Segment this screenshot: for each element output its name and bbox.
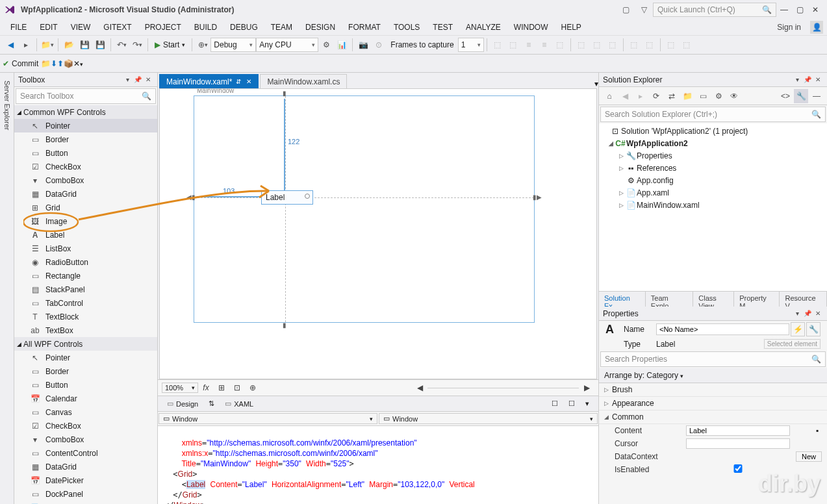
toolbox-all-datagrid[interactable]: ▦DataGrid xyxy=(14,460,157,473)
toolbox-all-combobox[interactable]: ▾ComboBox xyxy=(14,433,157,446)
quick-launch-input[interactable]: Quick Launch (Ctrl+Q) 🔍 xyxy=(653,3,776,17)
scope-dropdown-1[interactable]: ▭Window▾ xyxy=(159,413,377,424)
soln-refresh-button[interactable]: ⟳ xyxy=(649,89,663,103)
soln-showall-button[interactable]: 📁 xyxy=(680,89,694,103)
toolbox-all-contentcontrol[interactable]: ▭ContentControl xyxy=(14,446,157,460)
align-top-button[interactable]: ≡ xyxy=(537,38,552,52)
menu-debug[interactable]: DEBUG xyxy=(223,23,264,32)
tree-appconfig[interactable]: ⚙App.config xyxy=(599,174,827,186)
order-button[interactable]: ⬚ xyxy=(605,38,620,52)
distribute-button[interactable]: ⬚ xyxy=(553,38,567,52)
push-icon[interactable]: ⬆ xyxy=(57,59,64,68)
commit-button[interactable]: Commit xyxy=(9,59,41,68)
xaml-editor[interactable]: xmlns="http://schemas.microsoft.com/winf… xyxy=(158,426,598,504)
toolbox-item-border[interactable]: ▭Border xyxy=(14,132,157,146)
soln-sync-button[interactable]: ⇄ xyxy=(665,89,679,103)
settings-icon[interactable]: ✕▾ xyxy=(73,59,83,68)
props-dropdown-icon[interactable]: ▾ xyxy=(792,310,802,317)
tree-appxaml[interactable]: ▷📄App.xaml xyxy=(599,186,827,199)
grid-snap-button[interactable]: ⊞ xyxy=(214,381,229,394)
config-dropdown[interactable]: Debug▾ xyxy=(210,38,256,52)
toolbox-all-canvas[interactable]: ▭Canvas xyxy=(14,405,157,419)
prop-marker-icon[interactable]: ▪ xyxy=(813,426,822,435)
design-surface-area[interactable]: MainWindow 122 103 Label ◀▮ ▮▶ ▮ ▮ xyxy=(159,88,597,379)
tab-solution-explorer[interactable]: Solution Ex... xyxy=(599,292,646,307)
toolbox-item-button[interactable]: ▭Button xyxy=(14,146,157,160)
mainwindow-canvas[interactable]: MainWindow 122 103 Label ◀▮ ▮▶ ▮ ▮ xyxy=(194,95,535,323)
menu-help[interactable]: HELP xyxy=(554,23,587,32)
group-appearance[interactable]: ▷Appearance xyxy=(599,397,827,410)
soln-wrench-button[interactable]: 🔧 xyxy=(794,89,808,103)
scroll-right-icon[interactable]: ▶ xyxy=(579,381,594,394)
swap-panes-button[interactable]: ⇅ xyxy=(203,398,220,409)
arrange-by-dropdown[interactable]: Arrange by: Category ▾ xyxy=(599,368,827,383)
toolbox-item-listbox[interactable]: ☰ListBox xyxy=(14,242,157,255)
flip-button[interactable]: ⬚ xyxy=(643,38,657,52)
browser-select-button[interactable]: ⊕▾ xyxy=(196,38,210,52)
anchor-handle-icon[interactable] xyxy=(305,194,310,199)
processes-button[interactable]: ⚙ xyxy=(319,38,333,52)
toggle-button[interactable]: ⊕ xyxy=(246,381,260,394)
extra2-button[interactable]: ⬚ xyxy=(680,38,694,52)
soln-pin-icon[interactable]: 📌 xyxy=(802,76,813,83)
record-icon[interactable]: ⊙ xyxy=(372,38,386,52)
scroll-left-icon[interactable]: ◀ xyxy=(413,381,427,394)
toolbox-dropdown-icon[interactable]: ▾ xyxy=(122,76,133,83)
xaml-subtab[interactable]: ▭XAML xyxy=(220,398,259,409)
soln-close-icon[interactable]: ✕ xyxy=(813,76,823,83)
tab-team-explorer[interactable]: Team Explo... xyxy=(646,292,693,307)
doc-tab-mainwindow-xaml[interactable]: MainWindow.xaml* ⇵ ✕ xyxy=(159,74,259,88)
feedback-icon[interactable]: ▢ xyxy=(619,3,632,16)
name-input[interactable] xyxy=(656,323,789,335)
soln-back-button[interactable]: ◀ xyxy=(618,89,632,103)
menu-gitext[interactable]: GITEXT xyxy=(97,23,138,32)
toolbox-item-stackpanel[interactable]: ▤StackPanel xyxy=(14,283,157,296)
prop-content-input[interactable] xyxy=(686,425,790,436)
pull-icon[interactable]: ⬇ xyxy=(51,59,57,68)
menu-team[interactable]: TEAM xyxy=(264,23,299,32)
toolbox-search-input[interactable]: Search Toolbox 🔍 xyxy=(16,88,156,104)
prop-datacontext-new-button[interactable]: New xyxy=(796,451,822,462)
pin-icon[interactable]: ⇵ xyxy=(236,78,241,85)
align-right-button[interactable]: ≡ xyxy=(522,38,536,52)
group-brush[interactable]: ▷Brush xyxy=(599,383,827,397)
split-v-button[interactable]: ☐ xyxy=(546,398,563,409)
soln-code-button[interactable]: <> xyxy=(778,89,793,103)
align-left-button[interactable]: ⬚ xyxy=(490,38,505,52)
props-pin-icon[interactable]: 📌 xyxy=(802,310,813,317)
label-control[interactable]: Label xyxy=(261,190,313,205)
menu-format[interactable]: FORMAT xyxy=(342,23,387,32)
prop-cursor-input[interactable] xyxy=(686,438,790,449)
menu-analyze[interactable]: ANALYZE xyxy=(459,23,507,32)
toolbox-item-label[interactable]: ALabel xyxy=(14,228,157,242)
toolbox-item-textblock[interactable]: TTextBlock xyxy=(14,310,157,323)
soln-collapse-button[interactable]: ▭ xyxy=(696,89,710,103)
tree-properties[interactable]: ▷🔧Properties xyxy=(599,149,827,162)
events-button[interactable]: ⚡ xyxy=(791,322,805,336)
toolbox-item-combobox[interactable]: ▾ComboBox xyxy=(14,173,157,187)
avatar-icon[interactable]: 👤 xyxy=(810,21,823,34)
group-button[interactable]: ⬚ xyxy=(574,38,589,52)
start-debug-button[interactable]: ▶ Start ▾ xyxy=(151,40,189,49)
nav-back-button[interactable]: ◀ xyxy=(3,38,18,52)
tab-class-view[interactable]: Class View xyxy=(693,292,734,307)
toolbox-all-button[interactable]: ▭Button xyxy=(14,378,157,392)
ungroup-button[interactable]: ⬚ xyxy=(590,38,604,52)
server-explorer-tab[interactable]: Server Explorer xyxy=(3,81,11,130)
toolbox-item-pointer[interactable]: ↖Pointer xyxy=(14,119,157,132)
menu-design[interactable]: DESIGN xyxy=(299,23,342,32)
toolbox-item-textbox[interactable]: abTextBox xyxy=(14,323,157,337)
toolbox-item-datagrid[interactable]: ▦DataGrid xyxy=(14,187,157,201)
props-search-input[interactable]: Search Properties 🔍 xyxy=(600,351,826,367)
layout-button[interactable]: ⬚ xyxy=(627,38,641,52)
stash-icon[interactable]: 📦 xyxy=(64,59,73,68)
soln-preview-button[interactable]: 👁 xyxy=(727,89,741,103)
platform-dropdown[interactable]: Any CPU▾ xyxy=(256,38,318,52)
new-project-button[interactable]: 📁▾ xyxy=(40,38,55,52)
camera-icon[interactable]: 📷 xyxy=(356,38,370,52)
soln-home-button[interactable]: ⌂ xyxy=(602,89,617,103)
split-h-button[interactable]: ☐ xyxy=(563,398,580,409)
menu-build[interactable]: BUILD xyxy=(188,23,223,32)
zoom-dropdown[interactable]: 100%▾ xyxy=(162,383,198,393)
toolbox-all-pointer[interactable]: ↖Pointer xyxy=(14,351,157,364)
